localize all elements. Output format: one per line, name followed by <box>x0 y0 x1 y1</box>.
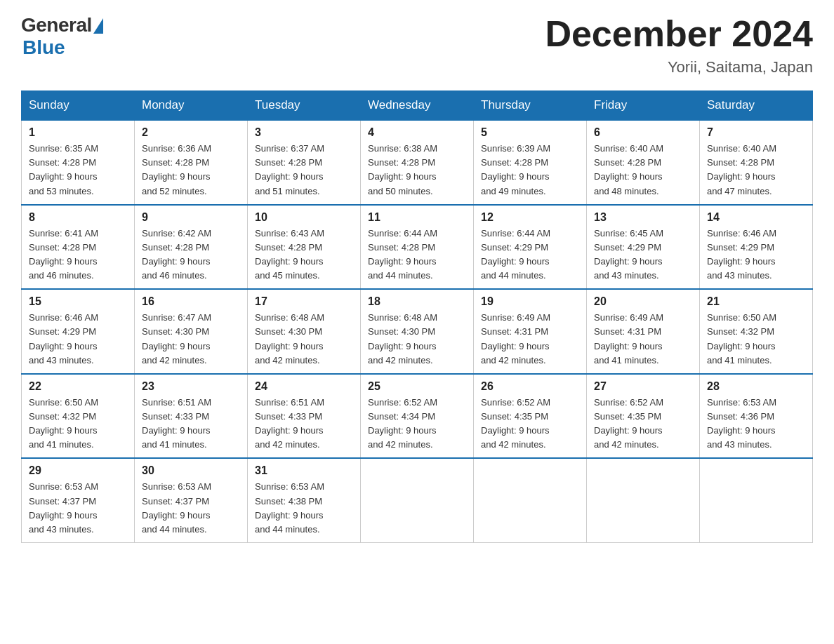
day-cell-27: 27 Sunrise: 6:52 AMSunset: 4:35 PMDaylig… <box>587 374 700 459</box>
page-header: General Blue December 2024 Yorii, Saitam… <box>21 14 813 76</box>
day-cell-21: 21 Sunrise: 6:50 AMSunset: 4:32 PMDaylig… <box>700 289 813 374</box>
day-cell-8: 8 Sunrise: 6:41 AMSunset: 4:28 PMDayligh… <box>22 205 135 290</box>
day-info: Sunrise: 6:50 AMSunset: 4:32 PMDaylight:… <box>29 397 98 450</box>
col-sunday: Sunday <box>22 91 135 121</box>
logo: General Blue <box>21 14 103 59</box>
day-cell-12: 12 Sunrise: 6:44 AMSunset: 4:29 PMDaylig… <box>474 205 587 290</box>
day-cell-18: 18 Sunrise: 6:48 AMSunset: 4:30 PMDaylig… <box>361 289 474 374</box>
day-info: Sunrise: 6:49 AMSunset: 4:31 PMDaylight:… <box>594 312 663 365</box>
day-cell-6: 6 Sunrise: 6:40 AMSunset: 4:28 PMDayligh… <box>587 120 700 205</box>
day-cell-26: 26 Sunrise: 6:52 AMSunset: 4:35 PMDaylig… <box>474 374 587 459</box>
day-number: 14 <box>707 211 805 224</box>
calendar-subtitle: Yorii, Saitama, Japan <box>545 58 813 76</box>
day-info: Sunrise: 6:51 AMSunset: 4:33 PMDaylight:… <box>142 397 211 450</box>
day-cell-2: 2 Sunrise: 6:36 AMSunset: 4:28 PMDayligh… <box>135 120 248 205</box>
day-number: 1 <box>29 126 127 139</box>
day-info: Sunrise: 6:38 AMSunset: 4:28 PMDaylight:… <box>368 143 437 196</box>
col-monday: Monday <box>135 91 248 121</box>
day-cell-13: 13 Sunrise: 6:45 AMSunset: 4:29 PMDaylig… <box>587 205 700 290</box>
day-info: Sunrise: 6:47 AMSunset: 4:30 PMDaylight:… <box>142 312 211 365</box>
day-cell-29: 29 Sunrise: 6:53 AMSunset: 4:37 PMDaylig… <box>22 458 135 542</box>
day-info: Sunrise: 6:52 AMSunset: 4:35 PMDaylight:… <box>594 397 663 450</box>
day-cell-9: 9 Sunrise: 6:42 AMSunset: 4:28 PMDayligh… <box>135 205 248 290</box>
day-number: 25 <box>368 380 466 393</box>
day-info: Sunrise: 6:39 AMSunset: 4:28 PMDaylight:… <box>481 143 550 196</box>
day-number: 18 <box>368 295 466 308</box>
day-number: 11 <box>368 211 466 224</box>
day-number: 4 <box>368 126 466 139</box>
day-cell-24: 24 Sunrise: 6:51 AMSunset: 4:33 PMDaylig… <box>248 374 361 459</box>
day-info: Sunrise: 6:45 AMSunset: 4:29 PMDaylight:… <box>594 228 663 281</box>
day-number: 13 <box>594 211 692 224</box>
day-number: 12 <box>481 211 579 224</box>
day-info: Sunrise: 6:48 AMSunset: 4:30 PMDaylight:… <box>368 312 437 365</box>
title-section: December 2024 Yorii, Saitama, Japan <box>545 14 813 76</box>
day-info: Sunrise: 6:53 AMSunset: 4:37 PMDaylight:… <box>29 481 98 534</box>
week-row-3: 15 Sunrise: 6:46 AMSunset: 4:29 PMDaylig… <box>22 289 813 374</box>
day-number: 8 <box>29 211 127 224</box>
day-number: 2 <box>142 126 240 139</box>
col-friday: Friday <box>587 91 700 121</box>
day-number: 15 <box>29 295 127 308</box>
day-cell-5: 5 Sunrise: 6:39 AMSunset: 4:28 PMDayligh… <box>474 120 587 205</box>
day-number: 10 <box>255 211 353 224</box>
col-saturday: Saturday <box>700 91 813 121</box>
day-cell-15: 15 Sunrise: 6:46 AMSunset: 4:29 PMDaylig… <box>22 289 135 374</box>
day-info: Sunrise: 6:46 AMSunset: 4:29 PMDaylight:… <box>707 228 776 281</box>
day-number: 5 <box>481 126 579 139</box>
day-info: Sunrise: 6:48 AMSunset: 4:30 PMDaylight:… <box>255 312 324 365</box>
day-info: Sunrise: 6:40 AMSunset: 4:28 PMDaylight:… <box>594 143 663 196</box>
day-number: 9 <box>142 211 240 224</box>
day-info: Sunrise: 6:53 AMSunset: 4:36 PMDaylight:… <box>707 397 776 450</box>
day-number: 21 <box>707 295 805 308</box>
day-info: Sunrise: 6:53 AMSunset: 4:38 PMDaylight:… <box>255 481 324 534</box>
day-number: 22 <box>29 380 127 393</box>
day-cell-4: 4 Sunrise: 6:38 AMSunset: 4:28 PMDayligh… <box>361 120 474 205</box>
day-info: Sunrise: 6:49 AMSunset: 4:31 PMDaylight:… <box>481 312 550 365</box>
day-number: 7 <box>707 126 805 139</box>
logo-triangle-icon <box>93 18 103 34</box>
day-cell-25: 25 Sunrise: 6:52 AMSunset: 4:34 PMDaylig… <box>361 374 474 459</box>
day-number: 27 <box>594 380 692 393</box>
logo-general-text: General <box>21 14 92 36</box>
day-cell-20: 20 Sunrise: 6:49 AMSunset: 4:31 PMDaylig… <box>587 289 700 374</box>
calendar-table: Sunday Monday Tuesday Wednesday Thursday… <box>21 90 813 543</box>
day-number: 28 <box>707 380 805 393</box>
col-thursday: Thursday <box>474 91 587 121</box>
week-row-1: 1 Sunrise: 6:35 AMSunset: 4:28 PMDayligh… <box>22 120 813 205</box>
day-number: 6 <box>594 126 692 139</box>
col-wednesday: Wednesday <box>361 91 474 121</box>
day-number: 3 <box>255 126 353 139</box>
empty-cell-w4-d3 <box>361 458 474 542</box>
day-info: Sunrise: 6:42 AMSunset: 4:28 PMDaylight:… <box>142 228 211 281</box>
day-info: Sunrise: 6:36 AMSunset: 4:28 PMDaylight:… <box>142 143 211 196</box>
day-info: Sunrise: 6:53 AMSunset: 4:37 PMDaylight:… <box>142 481 211 534</box>
day-cell-16: 16 Sunrise: 6:47 AMSunset: 4:30 PMDaylig… <box>135 289 248 374</box>
day-number: 17 <box>255 295 353 308</box>
day-cell-1: 1 Sunrise: 6:35 AMSunset: 4:28 PMDayligh… <box>22 120 135 205</box>
day-info: Sunrise: 6:37 AMSunset: 4:28 PMDaylight:… <box>255 143 324 196</box>
day-number: 26 <box>481 380 579 393</box>
day-info: Sunrise: 6:40 AMSunset: 4:28 PMDaylight:… <box>707 143 776 196</box>
week-row-5: 29 Sunrise: 6:53 AMSunset: 4:37 PMDaylig… <box>22 458 813 542</box>
day-info: Sunrise: 6:46 AMSunset: 4:29 PMDaylight:… <box>29 312 98 365</box>
day-number: 23 <box>142 380 240 393</box>
day-info: Sunrise: 6:41 AMSunset: 4:28 PMDaylight:… <box>29 228 98 281</box>
day-number: 31 <box>255 464 353 477</box>
day-cell-3: 3 Sunrise: 6:37 AMSunset: 4:28 PMDayligh… <box>248 120 361 205</box>
day-cell-11: 11 Sunrise: 6:44 AMSunset: 4:28 PMDaylig… <box>361 205 474 290</box>
day-cell-10: 10 Sunrise: 6:43 AMSunset: 4:28 PMDaylig… <box>248 205 361 290</box>
logo-blue-text: Blue <box>22 36 65 59</box>
day-number: 29 <box>29 464 127 477</box>
col-tuesday: Tuesday <box>248 91 361 121</box>
day-number: 30 <box>142 464 240 477</box>
empty-cell-w4-d5 <box>587 458 700 542</box>
day-cell-17: 17 Sunrise: 6:48 AMSunset: 4:30 PMDaylig… <box>248 289 361 374</box>
week-row-2: 8 Sunrise: 6:41 AMSunset: 4:28 PMDayligh… <box>22 205 813 290</box>
day-info: Sunrise: 6:44 AMSunset: 4:29 PMDaylight:… <box>481 228 550 281</box>
day-info: Sunrise: 6:51 AMSunset: 4:33 PMDaylight:… <box>255 397 324 450</box>
empty-cell-w4-d4 <box>474 458 587 542</box>
day-cell-30: 30 Sunrise: 6:53 AMSunset: 4:37 PMDaylig… <box>135 458 248 542</box>
day-number: 19 <box>481 295 579 308</box>
day-info: Sunrise: 6:43 AMSunset: 4:28 PMDaylight:… <box>255 228 324 281</box>
